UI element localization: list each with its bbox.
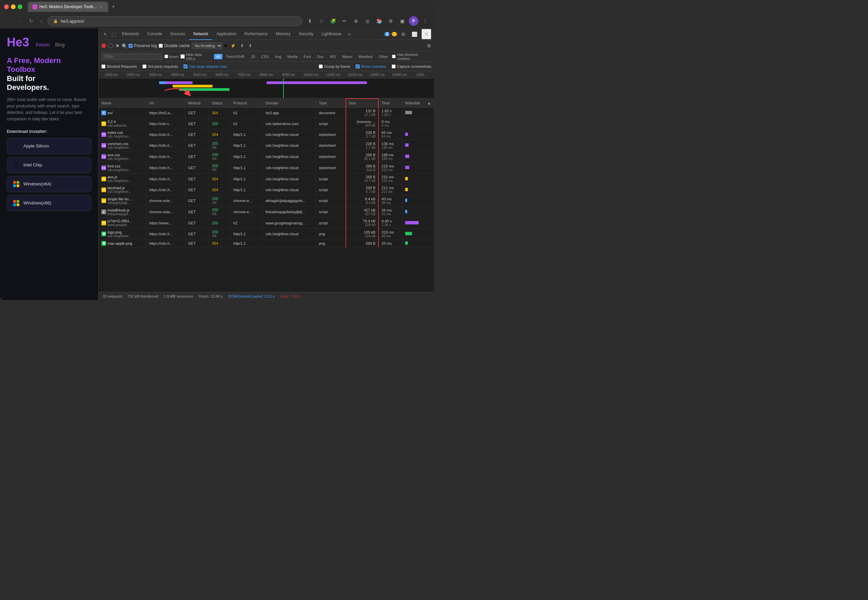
table-row[interactable]: JS lazyload.js cdn.heighliner... https:/… xyxy=(98,185,434,195)
group-by-frame-option[interactable]: Group by frame xyxy=(319,64,350,68)
filter-type-all[interactable]: All xyxy=(214,54,222,59)
tab-performance[interactable]: Performance xyxy=(240,29,272,40)
bookmark-list-icon[interactable]: 📚 xyxy=(374,16,384,26)
table-row[interactable]: CS index.css cdn.heighliner... https://c… xyxy=(98,129,434,140)
disable-cache-checkbox[interactable]: Disable cache xyxy=(159,43,189,48)
download-intel-chip[interactable]:  Intel Chip xyxy=(7,157,92,173)
bookmark-icon[interactable]: ☆ xyxy=(317,16,326,26)
shield-icon[interactable]: ◎ xyxy=(363,16,372,26)
tab-memory[interactable]: Memory xyxy=(272,29,295,40)
table-row[interactable]: E installHook.js fmkadmapgof... chrome-e… xyxy=(98,206,434,218)
col-method[interactable]: Method xyxy=(185,98,209,108)
invert-checkbox[interactable]: Invert xyxy=(164,55,179,59)
devtools-device-icon[interactable]: ⬚ xyxy=(109,30,118,38)
col-protocol[interactable]: Protocol xyxy=(230,98,263,108)
tab-security[interactable]: Security xyxy=(295,29,317,40)
table-row[interactable]: JS aos.js cdn.heighliner... https://cdn.… xyxy=(98,174,434,185)
maximize-button[interactable] xyxy=(18,5,23,9)
table-row[interactable]: JS 3.2.4 cdn.tailwindc... https://cdn.t.… xyxy=(98,118,434,129)
tab-close-button[interactable]: ✕ xyxy=(98,5,103,9)
extensions-icon[interactable]: 🧩 xyxy=(328,16,338,26)
blog-link[interactable]: Blog xyxy=(55,42,65,47)
col-size[interactable]: Size xyxy=(346,98,379,108)
col-waterfall[interactable]: Waterfall ▲ xyxy=(403,98,434,108)
forward-button[interactable]: → xyxy=(15,17,24,25)
filter-type-media[interactable]: Media xyxy=(285,54,299,59)
network-table-container[interactable]: Name Url Method Status Protocol Domain T… xyxy=(98,98,434,292)
search-icon[interactable]: 🔍 xyxy=(122,43,126,48)
minimize-button[interactable] xyxy=(11,5,15,9)
third-party-option[interactable]: 3rd-party requests xyxy=(142,64,178,68)
devtools-pointer-icon[interactable]: ↖ xyxy=(101,30,109,38)
tab-sources[interactable]: Sources xyxy=(166,29,189,40)
filter-input[interactable] xyxy=(101,53,162,60)
close-button[interactable] xyxy=(4,5,9,9)
tab-network[interactable]: Network xyxy=(189,29,212,40)
network-conditions-icon[interactable]: ⚡ xyxy=(229,43,237,49)
col-type[interactable]: Type xyxy=(316,98,346,108)
filter-icon[interactable]: ⚑ xyxy=(115,43,120,48)
col-time[interactable]: Time xyxy=(379,98,402,108)
download-apple-silicon[interactable]:  Apple Silicon xyxy=(7,138,92,154)
pencil-icon[interactable]: ✏ xyxy=(340,16,349,26)
home-button[interactable]: ⌂ xyxy=(38,17,45,25)
filter-type-font[interactable]: Font xyxy=(301,54,313,59)
back-button[interactable]: ← xyxy=(4,17,13,25)
settings-icon[interactable]: ⚙ xyxy=(386,16,395,26)
table-row[interactable]: CS common.css cdn.heighliner... https://… xyxy=(98,140,434,151)
timeline-chart[interactable] xyxy=(98,79,434,98)
hide-data-checkbox[interactable]: Hide data URLs xyxy=(180,53,212,61)
filter-type-doc[interactable]: Doc xyxy=(315,54,326,59)
col-domain[interactable]: Domain xyxy=(263,98,316,108)
record-button[interactable] xyxy=(101,43,106,48)
table-row[interactable]: 🖼 logo.png cdn.heighliner... https://cdn… xyxy=(98,229,434,239)
blocked-requests-option[interactable]: Blocked Requests xyxy=(101,64,137,68)
large-rows-option[interactable]: Use large request rows xyxy=(183,64,227,68)
clear-button[interactable] xyxy=(108,43,113,48)
col-url[interactable]: Url xyxy=(147,98,185,108)
table-row[interactable]: CS aos.css cdn.heighliner... https://cdn… xyxy=(98,151,434,162)
devtools-settings-icon[interactable]: ⚙ xyxy=(399,30,407,38)
tab-console[interactable]: Console xyxy=(143,29,166,40)
import-icon[interactable]: ⬆ xyxy=(239,43,245,49)
table-row[interactable]: D en/ https://he3.a... GET 304 h2 he3.ap… xyxy=(98,108,434,118)
table-row[interactable]: CS font.css cdn.heighliner... https://cd… xyxy=(98,162,434,174)
filter-type-js[interactable]: JS xyxy=(248,54,257,59)
capture-screenshots-option[interactable]: Capture screenshots xyxy=(392,64,432,68)
share-icon[interactable]: ⬆ xyxy=(305,16,315,26)
filter-type-img[interactable]: Img xyxy=(273,54,283,59)
filter-type-ws[interactable]: WS xyxy=(328,54,338,59)
show-overview-option[interactable]: Show overview xyxy=(356,64,386,68)
table-row[interactable]: JS single-file-ho... ekhagklcjbdp... chr… xyxy=(98,195,434,206)
active-tab[interactable]: He3: Modern Developer Toolb... ✕ xyxy=(28,2,108,12)
network-settings-icon[interactable]: ⚙ xyxy=(427,43,431,48)
table-row[interactable]: JS js?id=G-0RH... www.googlet... https:/… xyxy=(98,218,434,229)
filter-type-wasm[interactable]: Wasm xyxy=(340,54,354,59)
tab-elements[interactable]: Elements xyxy=(118,29,143,40)
download-windows-x86[interactable]: Windows(x86) xyxy=(7,195,92,211)
filter-type-manifest[interactable]: Manifest xyxy=(356,54,375,59)
profile-avatar[interactable]: P xyxy=(409,16,418,26)
col-status[interactable]: Status xyxy=(209,98,230,108)
filter-type-other[interactable]: Other xyxy=(377,54,390,59)
download-windows-x64[interactable]: Windows(x64) xyxy=(7,176,92,192)
tab-lighthouse[interactable]: Lighthouse xyxy=(317,29,345,40)
throttle-selector[interactable]: No throttling xyxy=(192,42,223,49)
filter-type-css[interactable]: CSS xyxy=(259,54,271,59)
sidebar-icon[interactable]: ▣ xyxy=(397,16,407,26)
has-blocked-checkbox[interactable]: Has blocked cookies xyxy=(392,53,431,61)
devtools-dock-icon[interactable]: ⬜ xyxy=(410,30,420,38)
col-name[interactable]: Name xyxy=(98,98,147,108)
menu-icon[interactable]: ⋮ xyxy=(420,16,430,26)
export-icon[interactable]: ⬇ xyxy=(247,43,253,49)
filter-type-fetch[interactable]: Fetch/XHR xyxy=(224,54,247,59)
url-bar[interactable]: 🔒 he3.app/en/ xyxy=(47,16,303,26)
refresh-button[interactable]: ↻ xyxy=(27,17,35,25)
new-tab-button[interactable]: + xyxy=(109,3,117,11)
table-row[interactable]: 🖼 mac-apple.png https://cdn.h... GET 304… xyxy=(98,239,434,247)
forum-link[interactable]: Forum xyxy=(36,42,50,47)
preserve-log-checkbox[interactable]: Preserve log xyxy=(129,43,157,48)
devtools-more-tabs[interactable]: » xyxy=(345,32,353,36)
chrome-icon[interactable]: ⊕ xyxy=(351,16,361,26)
tab-application[interactable]: Application xyxy=(212,29,240,40)
